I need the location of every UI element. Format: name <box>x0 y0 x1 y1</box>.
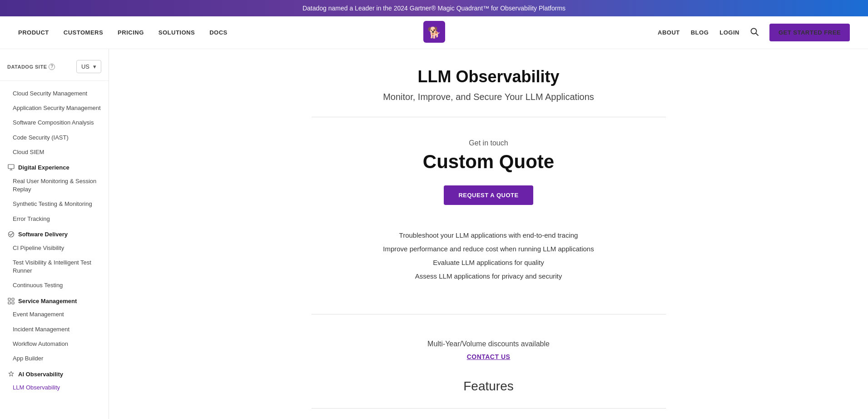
section-digital-experience: Digital Experience <box>0 160 109 174</box>
quote-section: Get in touch Custom Quote REQUEST A QUOT… <box>312 132 666 299</box>
get-started-button[interactable]: GET STARTED FREE <box>769 24 850 41</box>
section-ai-observability: AI Observability <box>0 366 109 380</box>
svg-text:🐕: 🐕 <box>427 26 441 39</box>
sidebar-item-app-builder[interactable]: App Builder <box>0 351 109 366</box>
monitor-icon <box>7 164 15 171</box>
sidebar-item-continuous-testing[interactable]: Continuous Testing <box>0 278 109 293</box>
quote-title: Custom Quote <box>312 151 666 173</box>
divider-2 <box>312 314 666 314</box>
quote-label: Get in touch <box>312 139 666 147</box>
sidebar-item-error-tracking[interactable]: Error Tracking <box>0 212 109 226</box>
divider-1 <box>312 117 666 117</box>
sidebar-item-app-security[interactable]: Application Security Management <box>0 101 109 115</box>
feature-bullet-2: Improve performance and reduce cost when… <box>312 242 666 256</box>
site-dropdown[interactable]: US ▾ <box>76 60 101 73</box>
contact-us-link[interactable]: CONTACT US <box>467 353 511 360</box>
divider-3 <box>312 408 666 409</box>
feature-bullet-3: Evaluate LLM applications for quality <box>312 256 666 269</box>
request-quote-button[interactable]: REQUEST A QUOTE <box>444 185 533 205</box>
sidebar-item-workflow[interactable]: Workflow Automation <box>0 337 109 351</box>
nav-customers[interactable]: CUSTOMERS <box>64 29 103 36</box>
nav-login[interactable]: LOGIN <box>719 29 739 36</box>
nav-product[interactable]: PRODUCT <box>18 29 49 36</box>
sidebar-item-synthetic[interactable]: Synthetic Testing & Monitoring <box>0 197 109 211</box>
sidebar: DATADOG SITE ? US ▾ Cloud Security Manag… <box>0 49 109 419</box>
section-software-delivery: Software Delivery <box>0 226 109 241</box>
sidebar-item-llm[interactable]: LLM Observability <box>0 380 109 395</box>
nav-solutions[interactable]: SOLUTIONS <box>159 29 195 36</box>
svg-rect-10 <box>8 302 10 304</box>
sidebar-item-event-mgmt[interactable]: Event Management <box>0 307 109 322</box>
chevron-down-icon: ▾ <box>93 63 96 70</box>
svg-line-3 <box>756 33 758 35</box>
svg-rect-11 <box>12 302 14 304</box>
svg-point-7 <box>8 232 14 237</box>
feature-bullets: Troubleshoot your LLM applications with … <box>312 229 666 283</box>
discount-section: Multi-Year/Volume discounts available CO… <box>312 329 666 372</box>
feature-bullet-4: Assess LLM applications for privacy and … <box>312 269 666 283</box>
svg-rect-4 <box>8 165 14 169</box>
nav-right: ABOUT BLOG LOGIN GET STARTED FREE <box>658 24 850 41</box>
sidebar-item-ci-pipeline[interactable]: CI Pipeline Visibility <box>0 241 109 255</box>
sidebar-item-incident-mgmt[interactable]: Incident Management <box>0 322 109 337</box>
nav-left: PRODUCT CUSTOMERS PRICING SOLUTIONS DOCS <box>18 29 228 36</box>
sidebar-item-test-visibility[interactable]: Test Visibility & Intelligent Test Runne… <box>0 255 109 278</box>
site-selector: DATADOG SITE ? US ▾ <box>0 56 109 81</box>
page-title: LLM Observability <box>312 67 666 86</box>
page-subtitle: Monitor, Improve, and Secure Your LLM Ap… <box>312 92 666 102</box>
sidebar-item-sca[interactable]: Software Composition Analysis <box>0 115 109 130</box>
main-content: LLM Observability Monitor, Improve, and … <box>284 49 693 419</box>
discount-text: Multi-Year/Volume discounts available <box>312 340 666 348</box>
nav-about[interactable]: ABOUT <box>658 29 680 36</box>
main-nav: PRODUCT CUSTOMERS PRICING SOLUTIONS DOCS… <box>0 16 868 49</box>
section-service-management: Service Management <box>0 293 109 307</box>
nav-pricing[interactable]: PRICING <box>118 29 144 36</box>
sidebar-item-cloud-security[interactable]: Cloud Security Management <box>0 86 109 101</box>
ai-icon <box>7 370 15 378</box>
svg-rect-9 <box>12 298 14 300</box>
sidebar-item-code-security[interactable]: Code Security (IAST) <box>0 130 109 145</box>
help-icon[interactable]: ? <box>49 64 55 70</box>
nav-docs[interactable]: DOCS <box>209 29 228 36</box>
delivery-icon <box>7 231 15 238</box>
sidebar-item-rum[interactable]: Real User Monitoring & Session Replay <box>0 174 109 197</box>
banner-text: Datadog named a Leader in the 2024 Gartn… <box>303 5 565 12</box>
main-layout: DATADOG SITE ? US ▾ Cloud Security Manag… <box>0 49 868 419</box>
features-heading: Features <box>312 379 666 394</box>
svg-rect-8 <box>8 298 10 300</box>
feature-bullet-1: Troubleshoot your LLM applications with … <box>312 229 666 242</box>
nav-blog[interactable]: BLOG <box>691 29 709 36</box>
sidebar-item-cloud-siem[interactable]: Cloud SIEM <box>0 145 109 160</box>
search-icon[interactable] <box>750 28 759 38</box>
logo[interactable]: 🐕 <box>423 21 445 45</box>
top-banner: Datadog named a Leader in the 2024 Gartn… <box>0 0 868 16</box>
site-label: DATADOG SITE ? <box>7 64 55 70</box>
service-icon <box>7 297 15 304</box>
